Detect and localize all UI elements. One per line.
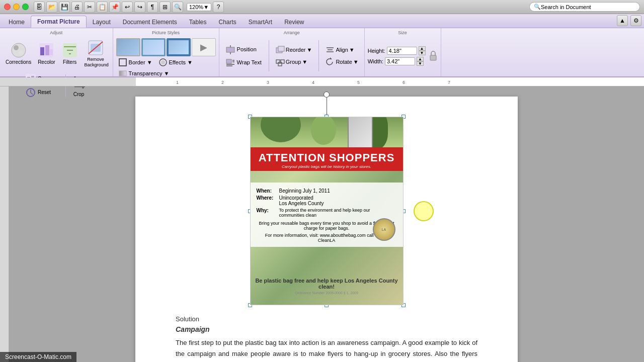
height-row: Height: ▲ ▼ (368, 46, 426, 55)
border-button[interactable]: Border ▼ (116, 57, 154, 67)
tab-document-elements[interactable]: Document Elements (117, 17, 183, 28)
collapse-ribbon-icon[interactable]: ▲ (617, 15, 628, 26)
transparency-dropdown-icon[interactable]: ▼ (164, 70, 169, 76)
image-footer: Be plastic bag free and help keep Los An… (251, 278, 403, 295)
height-down-button[interactable]: ▼ (419, 51, 426, 55)
save-icon[interactable]: 💾 (59, 2, 70, 13)
open-icon[interactable]: 📂 (46, 2, 57, 13)
style-thumb-1[interactable] (116, 38, 140, 56)
ruler-mark-2: 2 (221, 80, 224, 85)
corrections-label: Corrections (6, 59, 31, 65)
view-icon[interactable]: ⊞ (159, 2, 171, 13)
maximize-button[interactable] (22, 4, 29, 10)
ruler-mark-5: 5 (357, 80, 360, 85)
align-label: Align (336, 47, 348, 53)
when-value: Beginning July 1, 2011 (279, 188, 330, 194)
rotate-button[interactable]: Rotate ▼ (323, 56, 361, 67)
width-down-button[interactable]: ▼ (417, 61, 424, 66)
border-dropdown-icon[interactable]: ▼ (147, 59, 152, 65)
reorder-button[interactable]: Reorder ▼ (273, 44, 315, 55)
reset-label: Reset (38, 89, 51, 95)
align-rotate-col: Align ▼ Rotate ▼ (323, 44, 361, 67)
height-label: Height: (368, 48, 385, 54)
minimize-button[interactable] (13, 4, 20, 10)
copy-icon[interactable]: 📋 (97, 2, 108, 13)
ruler-mark-1: 1 (176, 80, 179, 85)
transparency-button[interactable]: Transparency ▼ (116, 68, 172, 78)
info-when: When: Beginning July 1, 2011 (257, 188, 397, 194)
rotate-dropdown-icon[interactable]: ▼ (353, 59, 359, 65)
print-icon[interactable]: 🖨 (71, 2, 83, 13)
rotation-handle[interactable] (324, 92, 330, 98)
corrections-button[interactable]: Corrections (3, 41, 34, 66)
new-icon[interactable]: 🗄 (34, 2, 45, 13)
group-label: Group (286, 59, 301, 65)
adjust-group: Adjust Corrections Recolor F (0, 28, 113, 76)
crop-label: Crop (73, 92, 85, 97)
reorder-dropdown-icon[interactable]: ▼ (306, 47, 312, 53)
undo-icon[interactable]: ↩ (122, 2, 133, 13)
effects-dropdown-icon[interactable]: ▼ (187, 59, 193, 65)
options-icon[interactable]: ⚙ (630, 15, 641, 26)
svg-point-20 (161, 60, 165, 64)
format-icon[interactable]: ¶ (147, 2, 158, 13)
tab-tables[interactable]: Tables (183, 17, 213, 28)
phone-shape (348, 117, 373, 147)
tab-format-picture[interactable]: Format Picture (31, 16, 87, 28)
tab-smartart[interactable]: SmartArt (243, 17, 278, 28)
filters-button[interactable]: Filters (59, 41, 80, 66)
transparency-label: Transparency (129, 70, 163, 76)
search-bar[interactable]: 🔍 (529, 2, 640, 12)
width-spinners[interactable]: ▲ ▼ (417, 57, 424, 66)
help-icon[interactable]: ? (213, 2, 224, 13)
svg-point-2 (19, 50, 24, 55)
cut-icon[interactable]: ✂ (84, 2, 95, 13)
zoom-dropdown-icon[interactable]: ▼ (203, 4, 209, 10)
height-spinners[interactable]: ▲ ▼ (419, 46, 426, 55)
align-button[interactable]: Align ▼ (323, 44, 361, 55)
title-bar: 🗄 📂 💾 🖨 ✂ 📋 📌 ↩ ↪ ¶ ⊞ 🔍 120% ▼ ? 🔍 (0, 0, 644, 14)
remove-background-icon (88, 40, 104, 56)
wrap-text-button[interactable]: Wrap Text (222, 56, 265, 68)
svg-rect-25 (226, 59, 231, 63)
effects-button[interactable]: Effects ▼ (156, 57, 195, 67)
tab-layout[interactable]: Layout (87, 17, 117, 28)
zoom-icon[interactable]: 🔍 (172, 2, 183, 13)
tab-home[interactable]: Home (3, 17, 31, 28)
selected-image-container[interactable]: ATTENTION SHOPPERS Carryout plastic bags… (250, 117, 404, 305)
tab-charts[interactable]: Charts (212, 17, 242, 28)
width-input[interactable] (385, 57, 415, 65)
campaign-paragraph: The first step to put the plastic bag ta… (176, 337, 477, 362)
height-input[interactable] (387, 47, 417, 55)
recolor-button[interactable]: Recolor (35, 41, 57, 66)
transparency-icon (118, 69, 127, 78)
filters-icon (62, 42, 78, 58)
tab-review[interactable]: Review (278, 17, 310, 28)
style-thumb-3[interactable] (167, 38, 191, 56)
zoom-box[interactable]: 120% ▼ (187, 3, 211, 11)
remove-background-button[interactable]: Remove Background (82, 38, 110, 69)
recolor-icon (38, 42, 54, 58)
svg-rect-39 (430, 55, 436, 60)
group-dropdown-icon[interactable]: ▼ (302, 59, 307, 65)
zoom-value: 120% (189, 4, 203, 10)
align-dropdown-icon[interactable]: ▼ (349, 47, 355, 53)
why-label: Why: (257, 208, 279, 218)
reset-button[interactable]: Reset (23, 86, 63, 99)
height-up-button[interactable]: ▲ (419, 46, 426, 51)
width-up-button[interactable]: ▲ (417, 57, 424, 61)
position-icon (225, 44, 235, 54)
remove-background-label: Remove Background (85, 57, 107, 68)
screencast-text: Screencast-O-Matic.com (5, 353, 71, 360)
position-button[interactable]: Position (222, 43, 265, 55)
document-scroll[interactable]: ATTENTION SHOPPERS Carryout plastic bags… (9, 86, 644, 362)
close-button[interactable] (4, 4, 11, 10)
paste-icon[interactable]: 📌 (109, 2, 120, 13)
search-icon: 🔍 (534, 4, 541, 10)
redo-icon[interactable]: ↪ (134, 2, 145, 13)
window-controls[interactable] (4, 4, 29, 10)
search-input[interactable] (541, 4, 635, 10)
style-more[interactable]: ▶ (192, 38, 216, 56)
group-button[interactable]: Group ▼ (273, 56, 315, 67)
style-thumb-2[interactable] (141, 38, 166, 56)
